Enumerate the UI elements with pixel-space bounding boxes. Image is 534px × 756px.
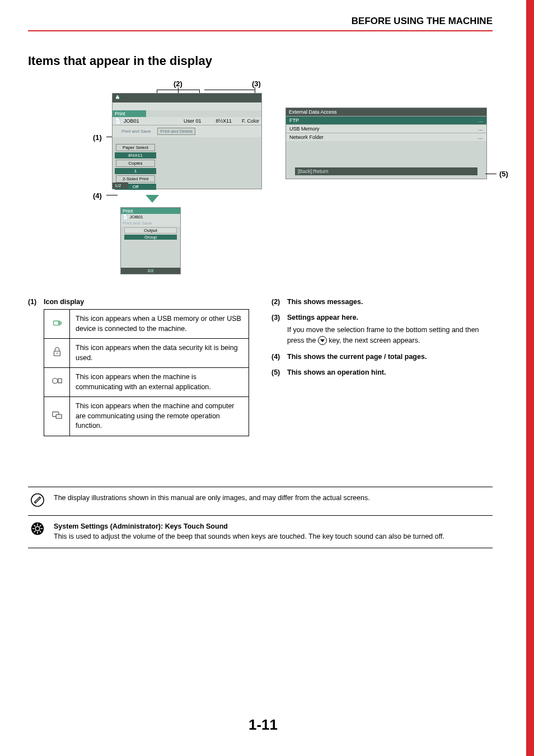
diagram-left: (2) (3) (1) (4) Print bbox=[28, 80, 263, 281]
svg-rect-0 bbox=[116, 97, 119, 99]
triangle-down-icon bbox=[146, 195, 159, 203]
table-row: This icon appears when the machine is co… bbox=[44, 368, 249, 397]
lcd2-job: JOB01 bbox=[129, 214, 143, 220]
copies-button[interactable]: Copies bbox=[116, 160, 155, 167]
icon-desc-1: This icon appears when a USB memory or o… bbox=[70, 310, 249, 339]
lcd-external-access: External Data Access FTP… USB Memory… Ne… bbox=[285, 108, 487, 179]
footnotes: The display illustrations shown in this … bbox=[28, 487, 493, 549]
lcd-pager: 1/2 bbox=[113, 183, 128, 189]
description-columns: (1)Icon display This icon appears when a… bbox=[28, 298, 493, 453]
right-column: (2)This shows messages. (3)Settings appe… bbox=[271, 298, 493, 453]
svg-point-6 bbox=[52, 378, 57, 383]
paper-select-button[interactable]: Paper Select bbox=[116, 144, 155, 151]
lcd-job-row: 📄 JOB01 User 01 8½X11 F. Color bbox=[113, 117, 261, 125]
header-area: BEFORE USING THE MACHINE bbox=[28, 0, 493, 31]
footnote-row-1: The display illustrations shown in this … bbox=[28, 487, 493, 515]
svg-rect-1 bbox=[117, 96, 119, 97]
item-3-num: (3) bbox=[271, 314, 287, 321]
lcd3-row-ftp[interactable]: FTP… bbox=[286, 116, 486, 124]
item-3-text-b: key, the next screen appears. bbox=[327, 337, 420, 344]
item-1-title: Icon display bbox=[44, 298, 84, 306]
lcd-job-name: JOB01 bbox=[124, 118, 139, 124]
ellipsis-icon: … bbox=[478, 118, 483, 123]
callout-1: (1) bbox=[93, 133, 102, 142]
lcd2-subrow: Print and Save bbox=[121, 220, 180, 226]
item-3-head: (3)Settings appear here. bbox=[271, 314, 493, 321]
lock-icon bbox=[51, 346, 63, 358]
output-option[interactable]: Output bbox=[124, 227, 177, 234]
external-app-icon-cell bbox=[44, 368, 70, 397]
lcd3-ftp-label: FTP bbox=[289, 118, 299, 123]
table-row: This icon appears when a USB memory or o… bbox=[44, 310, 249, 339]
lcd3-row-usb[interactable]: USB Memory… bbox=[286, 124, 486, 133]
security-icon-cell bbox=[44, 339, 70, 368]
remote-operation-icon bbox=[51, 409, 63, 421]
item-2-head: (2)This shows messages. bbox=[271, 298, 493, 306]
lcd3-network-label: Network Folder bbox=[289, 134, 324, 140]
print-delete-button[interactable]: Print and Delete bbox=[157, 128, 195, 135]
item-5-num: (5) bbox=[271, 368, 287, 376]
two-sided-button[interactable]: 2-Sided Print bbox=[116, 175, 155, 183]
item-5-head: (5)This shows an operation hint. bbox=[271, 368, 493, 376]
group-option[interactable]: Group bbox=[124, 235, 177, 240]
callout-4: (4) bbox=[93, 192, 102, 200]
item-3-body: If you move the selection frame to the b… bbox=[287, 325, 493, 346]
item-1-head: (1)Icon display bbox=[28, 298, 249, 306]
usb-icon bbox=[114, 94, 121, 101]
lcd3-title: External Data Access bbox=[286, 108, 486, 116]
ellipsis-icon: … bbox=[478, 126, 483, 132]
svg-point-10 bbox=[31, 493, 44, 506]
lcd2-pager: 2/2 bbox=[121, 268, 180, 274]
lcd-subrow: Print and Save Print and Delete bbox=[113, 125, 261, 137]
svg-rect-7 bbox=[58, 379, 61, 382]
footnote-2-text: System Settings (Administrator): Keys To… bbox=[54, 521, 490, 543]
lcd3-hint: [Back]:Return bbox=[295, 167, 477, 175]
page-accent-bar bbox=[526, 0, 534, 756]
item-4-title: This shows the current page / total page… bbox=[287, 353, 427, 361]
paper-select-value: 8½X11 bbox=[115, 152, 156, 158]
ellipsis-icon: … bbox=[478, 134, 483, 140]
lcd-user: User 01 bbox=[184, 118, 202, 124]
copies-value: 1 bbox=[115, 168, 156, 174]
leader-3b bbox=[204, 90, 255, 90]
leader-2b bbox=[157, 90, 199, 90]
external-app-icon bbox=[51, 375, 63, 387]
pencil-note-icon bbox=[30, 493, 45, 507]
leader-4 bbox=[106, 195, 118, 195]
icon-desc-3: This icon appears when the machine is co… bbox=[70, 368, 249, 397]
callout-3: (3) bbox=[252, 80, 261, 88]
svg-rect-9 bbox=[56, 414, 62, 418]
page-header: BEFORE USING THE MACHINE bbox=[28, 16, 493, 30]
lcd2-print-header: Print bbox=[121, 208, 180, 214]
lcd-subrow-text: Print and Save bbox=[121, 129, 151, 134]
usb-device-icon-cell bbox=[44, 310, 70, 339]
lcd-main: Print 📄 JOB01 User 01 8½X11 F. Color Pri… bbox=[112, 93, 262, 189]
left-column: (1)Icon display This icon appears when a… bbox=[28, 298, 249, 453]
lcd-icon-row bbox=[113, 94, 261, 102]
page-content: BEFORE USING THE MACHINE Items that appe… bbox=[0, 0, 526, 548]
lcd2-job-row: 📄 JOB01 bbox=[121, 214, 180, 220]
item-1-num: (1) bbox=[28, 298, 44, 306]
settings-icon-cell bbox=[30, 521, 46, 543]
remote-op-icon-cell bbox=[44, 397, 70, 436]
icon-desc-4: This icon appears when the machine and c… bbox=[70, 397, 249, 436]
item-5-title: This shows an operation hint. bbox=[287, 368, 386, 376]
lcd3-usb-label: USB Memory bbox=[289, 126, 320, 132]
note-icon-cell bbox=[30, 493, 46, 510]
item-2-title: This shows messages. bbox=[287, 298, 363, 306]
item-4-num: (4) bbox=[271, 353, 287, 361]
svg-point-5 bbox=[56, 352, 57, 353]
diagram-row: (2) (3) (1) (4) Print bbox=[28, 80, 493, 281]
item-4-head: (4)This shows the current page / total p… bbox=[271, 353, 493, 361]
lcd-message-bar bbox=[113, 102, 261, 110]
footnote-2-body: This is used to adjust the volume of the… bbox=[54, 533, 444, 540]
footnote-1-text: The display illustrations shown in this … bbox=[54, 493, 490, 510]
gear-icon bbox=[30, 521, 45, 536]
usb-device-icon bbox=[51, 316, 63, 329]
leader-5 bbox=[485, 174, 496, 174]
icon-desc-2: This icon appears when the data security… bbox=[70, 339, 249, 368]
lcd-size: 8½X11 bbox=[216, 118, 232, 124]
page-number: 1-11 bbox=[0, 716, 526, 734]
item-3-title: Settings appear here. bbox=[287, 314, 358, 321]
lcd3-row-network[interactable]: Network Folder… bbox=[286, 133, 486, 141]
